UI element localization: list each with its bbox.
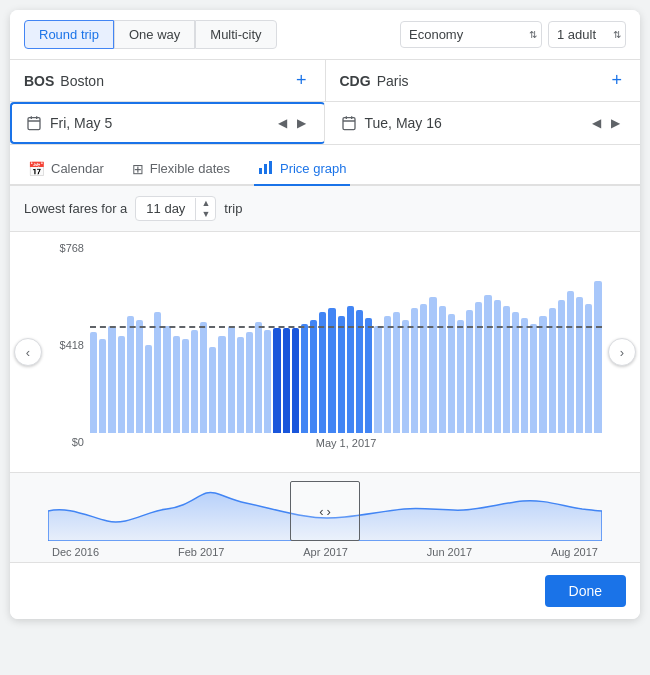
price-bar[interactable] [466,310,473,433]
tab-price-graph[interactable]: Price graph [254,153,350,186]
origin-field[interactable]: BOS Boston + [10,60,326,101]
price-bar[interactable] [439,306,446,433]
price-bar[interactable] [365,318,372,433]
price-bar[interactable] [99,339,106,433]
price-bar[interactable] [108,326,115,433]
return-date-field[interactable]: Tue, May 16 ◀ ▶ [325,102,641,144]
return-next-arrow[interactable]: ▶ [607,114,624,132]
price-bar[interactable] [374,326,381,433]
price-bar[interactable] [283,328,290,433]
price-bar[interactable] [539,316,546,433]
price-bar[interactable] [163,326,170,433]
price-bar[interactable] [328,308,335,433]
price-bar[interactable] [475,302,482,433]
price-bar[interactable] [182,339,189,433]
price-bar[interactable] [255,322,262,433]
price-bar[interactable] [585,304,592,433]
price-bar[interactable] [218,336,225,434]
price-bar[interactable] [127,316,134,433]
filter-row: Lowest fares for a 11 day ▲ ▼ trip [10,186,640,232]
day-stepper[interactable]: ▲ ▼ [195,198,215,220]
depart-next-arrow[interactable]: ▶ [293,114,310,132]
tab-one-way[interactable]: One way [114,20,195,49]
chart-area: ‹ › $768 $418 $0 May 1, 2017 [10,232,640,472]
calendar-icon-return [341,115,357,131]
price-bar[interactable] [530,324,537,433]
svg-rect-10 [269,161,272,174]
day-selector[interactable]: 11 day ▲ ▼ [135,196,216,221]
mini-label-2: Apr 2017 [303,546,348,558]
tab-flexible-dates[interactable]: ⊞ Flexible dates [128,155,234,185]
price-bar[interactable] [503,306,510,433]
price-bar[interactable] [173,336,180,434]
mini-label-1: Feb 2017 [178,546,224,558]
return-date-text: Tue, May 16 [365,115,583,131]
mini-chart-area: ‹› Dec 2016 Feb 2017 Apr 2017 Jun 2017 A… [10,472,640,562]
price-bar[interactable] [310,320,317,433]
day-down-arrow[interactable]: ▼ [196,209,215,220]
price-bar[interactable] [319,312,326,433]
price-bar[interactable] [484,295,491,433]
date-row: Fri, May 5 ◀ ▶ Tue, May 16 ◀ ▶ [10,102,640,145]
price-bar[interactable] [356,310,363,433]
price-bar[interactable] [448,314,455,433]
price-bar[interactable] [136,320,143,433]
price-bar[interactable] [567,291,574,433]
price-bar[interactable] [264,330,271,433]
price-bar[interactable] [118,336,125,434]
price-bar[interactable] [90,332,97,433]
price-bar[interactable] [154,312,161,433]
calendar-tab-label: Calendar [51,161,104,176]
adult-selector[interactable]: 1 adult 2 adults 3 adults [548,21,626,48]
price-bar[interactable] [347,306,354,433]
destination-add-button[interactable]: + [607,70,626,91]
price-bar[interactable] [292,328,299,433]
return-prev-arrow[interactable]: ◀ [588,114,605,132]
price-bar[interactable] [429,297,436,434]
price-bar[interactable] [338,316,345,433]
price-bar[interactable] [246,332,253,433]
view-tabs-row: 📅 Calendar ⊞ Flexible dates Price graph [10,145,640,186]
bar-chart-icon [258,159,274,175]
class-selector-wrapper[interactable]: Economy Premium Economy Business First [400,21,542,48]
destination-field[interactable]: CDG Paris + [326,60,641,101]
price-bar[interactable] [145,345,152,433]
price-bar[interactable] [411,308,418,433]
chart-left-button[interactable]: ‹ [14,338,42,366]
price-bar[interactable] [273,328,280,433]
class-selector[interactable]: Economy Premium Economy Business First [400,21,542,48]
price-bar[interactable] [393,312,400,433]
price-bar[interactable] [301,324,308,433]
origin-code: BOS [24,73,54,89]
mini-chart-selector[interactable]: ‹› [290,481,360,541]
pricegraph-tab-label: Price graph [280,161,346,176]
day-up-arrow[interactable]: ▲ [196,198,215,209]
price-bar[interactable] [512,312,519,433]
price-bar[interactable] [576,297,583,434]
price-bar[interactable] [420,304,427,433]
y-label-dashed: $418 [48,339,90,351]
done-button[interactable]: Done [545,575,626,607]
price-bar[interactable] [494,300,501,433]
price-bar[interactable] [549,308,556,433]
adult-selector-wrapper[interactable]: 1 adult 2 adults 3 adults [548,21,626,48]
price-bar[interactable] [200,322,207,433]
tab-round-trip[interactable]: Round trip [24,20,114,49]
flexible-tab-label: Flexible dates [150,161,230,176]
chart-right-button[interactable]: › [608,338,636,366]
price-bar[interactable] [228,326,235,433]
price-bar[interactable] [594,281,601,433]
price-bar[interactable] [457,320,464,433]
tab-calendar[interactable]: 📅 Calendar [24,155,108,185]
price-bar[interactable] [237,337,244,433]
price-bar[interactable] [209,347,216,433]
price-bar[interactable] [402,320,409,433]
price-bar[interactable] [384,316,391,433]
depart-date-field[interactable]: Fri, May 5 ◀ ▶ [10,102,325,144]
depart-prev-arrow[interactable]: ◀ [274,114,291,132]
price-bar[interactable] [521,318,528,433]
price-bar[interactable] [558,300,565,433]
tab-multi-city[interactable]: Multi-city [195,20,276,49]
origin-add-button[interactable]: + [292,70,311,91]
price-bar[interactable] [191,330,198,433]
